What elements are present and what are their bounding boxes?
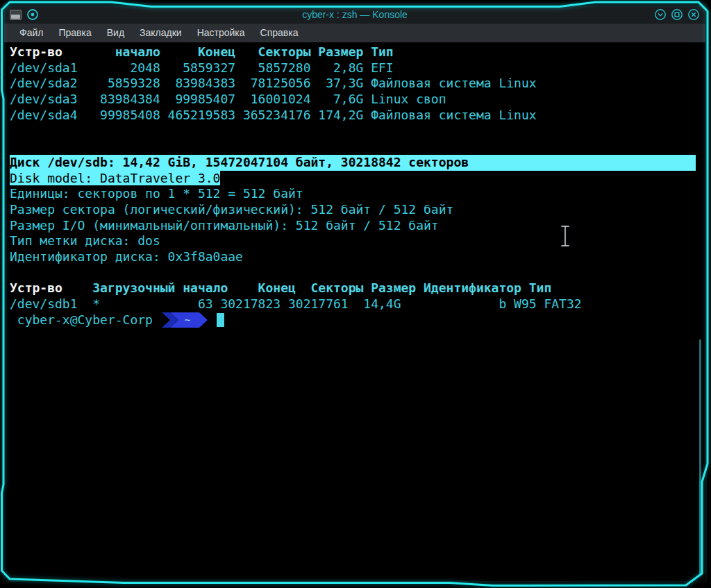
menu-edit[interactable]: Правка (51, 24, 99, 42)
record-circle-icon[interactable] (26, 8, 39, 21)
prompt-user-host: cyber-x@Cyber-Corp (10, 312, 160, 328)
titlebar-left-icons (4, 8, 39, 21)
io-size-line: Размер I/O (минимальный/оптимальный): 51… (10, 218, 696, 234)
disk-info-line-selected: Диск /dev/sdb: 14,42 GiB, 15472047104 ба… (10, 155, 696, 171)
terminal-area[interactable]: Устр-во начало Конец Секторы Размер Тип … (4, 42, 705, 581)
scrollbar-thumb[interactable] (699, 339, 701, 574)
titlebar-buttons (654, 8, 705, 21)
svg-text:~: ~ (185, 314, 190, 326)
powerline-arrow-icon: ~ (162, 312, 210, 328)
partition-row-sda2: /dev/sda2 5859328 83984383 78125056 37,3… (10, 76, 696, 92)
fdisk-header-sdb: Устр-во Загрузочный начало Конец Секторы… (10, 280, 696, 296)
menu-file[interactable]: Файл (12, 24, 51, 42)
disk-model-line-selected: Disk model: DataTraveler 3.0 (10, 171, 696, 187)
shell-prompt-line: cyber-x@Cyber-Corp ~ (10, 312, 696, 328)
maximize-button[interactable] (671, 8, 683, 21)
partition-row-sdb1: /dev/sdb1 * 63 30217823 30217761 14,4G b… (10, 296, 696, 312)
partition-row-sda1: /dev/sda1 2048 5859327 5857280 2,8G EFI (10, 60, 696, 76)
partition-row-sda3: /dev/sda3 83984384 99985407 16001024 7,6… (10, 92, 696, 108)
window-title: cyber-x : zsh — Konsole (4, 9, 705, 20)
titlebar[interactable]: cyber-x : zsh — Konsole (4, 6, 705, 24)
sector-size-line: Размер сектора (логический/физический): … (10, 202, 696, 218)
disklabel-type-line: Тип метки диска: dos (10, 233, 696, 249)
terminal-cursor (217, 313, 224, 327)
blank-line (10, 265, 696, 281)
window-app-icon (10, 10, 22, 20)
close-button[interactable] (687, 8, 700, 21)
menu-help[interactable]: Справка (253, 24, 306, 42)
minimize-button[interactable] (654, 8, 667, 21)
konsole-window: cyber-x : zsh — Konsole Файл Правка Вид … (3, 3, 707, 582)
terminal-output: Устр-во начало Конец Секторы Размер Тип … (10, 44, 696, 328)
menu-view[interactable]: Вид (99, 24, 132, 42)
blank-line (10, 123, 696, 139)
blank-line (10, 139, 696, 155)
fdisk-header-sda: Устр-во начало Конец Секторы Размер Тип (10, 44, 696, 60)
desktop-root: { "window": { "title": "cyber-x : zsh — … (0, 0, 711, 588)
partition-row-sda4: /dev/sda4 99985408 465219583 365234176 1… (10, 108, 696, 124)
menu-bookmarks[interactable]: Закладки (132, 24, 190, 42)
menubar: Файл Правка Вид Закладки Настройка Справ… (4, 24, 705, 42)
disk-identifier-line: Идентификатор диска: 0x3f8a0aae (10, 249, 696, 265)
units-line: Единицы: секторов по 1 * 512 = 512 байт (10, 186, 696, 202)
menu-settings[interactable]: Настройка (190, 24, 253, 42)
